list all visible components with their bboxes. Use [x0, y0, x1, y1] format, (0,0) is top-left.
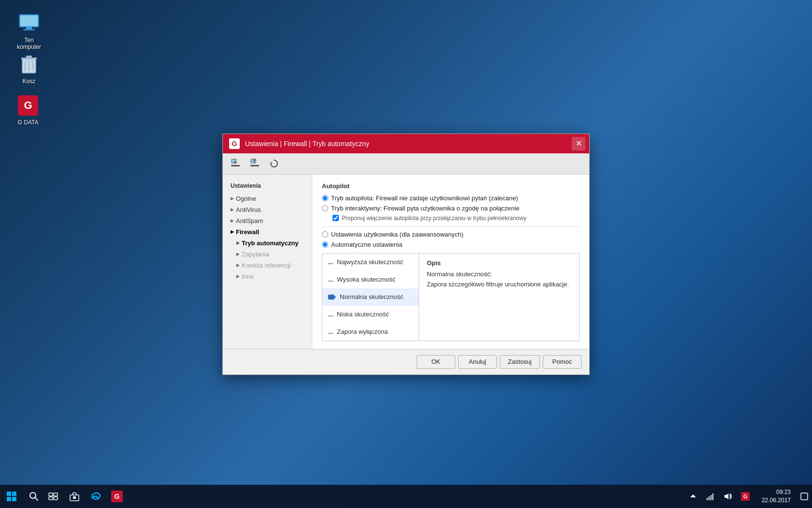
- settings-dialog: G Ustawienia | Firewall | Tryb automatyc…: [222, 134, 590, 375]
- svg-rect-21: [254, 159, 255, 162]
- desktop: Ten komputer Kosz G G DATA: [0, 0, 812, 508]
- svg-text:G: G: [115, 493, 120, 500]
- help-button[interactable]: Pomoc: [543, 355, 581, 369]
- radio3-row: Ustawienia użytkownika (dla zaawansowany…: [322, 231, 580, 238]
- radio1-input[interactable]: [322, 195, 328, 201]
- ok-button[interactable]: OK: [417, 355, 455, 369]
- svg-rect-31: [54, 493, 58, 496]
- sidebar-item-antispam-label: AntiSpam: [236, 217, 263, 224]
- autopilot-section-label: Autopilot: [322, 182, 580, 190]
- radio2-row: Tryb interaktywny: Firewall pyta użytkow…: [322, 205, 580, 212]
- desc-title: Opis: [427, 259, 571, 267]
- dialog-sidebar: Ustawienia ▶ Ogólne ▶ AntiVirus ▶ AntiSp…: [223, 175, 312, 349]
- taskbar-clock[interactable]: 09:23 22.06.2017: [756, 488, 797, 505]
- radio2-label[interactable]: Tryb interaktywny: Firewall pyta użytkow…: [331, 205, 520, 212]
- edge-button[interactable]: [85, 485, 106, 508]
- tray-network-icon[interactable]: [704, 485, 717, 508]
- close-button[interactable]: ✕: [572, 137, 585, 150]
- eff-label-wysoka: Wysoka skuteczność: [337, 276, 395, 283]
- nav-arrow-kontola: ▶: [236, 263, 240, 268]
- sidebar-item-antivirus[interactable]: ▶ AntiVirus: [223, 204, 312, 215]
- eff-indicator-wylaczona: [328, 333, 333, 334]
- radio3-label[interactable]: Ustawienia użytkownika (dla zaawansowany…: [331, 231, 464, 238]
- store-button[interactable]: [64, 485, 85, 508]
- svg-rect-27: [12, 497, 16, 501]
- notification-button[interactable]: [797, 485, 812, 508]
- taskbar: G: [0, 485, 812, 508]
- taskbar-gdata-button[interactable]: G: [106, 485, 128, 508]
- tray-gdata-icon[interactable]: G: [739, 485, 752, 508]
- sidebar-item-zapytania[interactable]: ▶ Zapytania: [223, 249, 312, 260]
- sidebar-section-label: Ustawienia: [223, 180, 312, 193]
- sidebar-item-kontola-label: Kontola referencji: [242, 262, 290, 269]
- radio2-input[interactable]: [322, 205, 328, 211]
- eff-label-normalna: Normalna skuteczność: [340, 293, 404, 300]
- radio4-input[interactable]: [322, 241, 328, 248]
- sidebar-item-inne[interactable]: ▶ Inne: [223, 271, 312, 282]
- nav-arrow-antispam: ▶: [231, 218, 234, 223]
- cancel-button[interactable]: Anuluj: [458, 355, 497, 369]
- eff-indicator-normalna: [328, 293, 336, 301]
- svg-rect-33: [54, 497, 58, 500]
- radio4-label[interactable]: Automatyczne ustawienia: [331, 241, 402, 248]
- tray-volume-icon[interactable]: [721, 485, 735, 508]
- sidebar-item-firewall-label: Firewall: [236, 228, 259, 236]
- svg-marker-38: [690, 494, 696, 497]
- svg-rect-30: [49, 493, 53, 496]
- radio3-input[interactable]: [322, 231, 328, 238]
- effectiveness-container: Najwyższa skuteczność Wysoka skuteczność: [322, 253, 580, 341]
- sidebar-item-kontola[interactable]: ▶ Kontola referencji: [223, 260, 312, 271]
- eff-label-najwyzsza: Najwyższa skuteczność: [337, 258, 403, 266]
- divider1: [322, 226, 580, 227]
- eff-label-wylaczona: Zapora wyłączona: [337, 328, 388, 335]
- svg-rect-32: [49, 497, 53, 500]
- eff-indicator-niska: [328, 315, 333, 316]
- start-button[interactable]: [0, 485, 23, 508]
- nav-arrow-inne: ▶: [236, 274, 240, 279]
- toolbar-export-button[interactable]: [246, 156, 263, 171]
- svg-rect-46: [801, 493, 808, 500]
- nav-arrow-tryb: ▶: [236, 240, 240, 245]
- sidebar-item-ogolne-label: Ogólne: [236, 195, 256, 202]
- svg-rect-17: [234, 161, 235, 163]
- dialog-titlebar: G Ustawienia | Firewall | Tryb automatyc…: [223, 134, 589, 153]
- taskbar-tray: G: [686, 485, 756, 508]
- sidebar-item-antispam[interactable]: ▶ AntiSpam: [223, 215, 312, 226]
- dialog-title-text: Ustawienia | Firewall | Tryb automatyczn…: [245, 140, 572, 148]
- nav-arrow-firewall: ▶: [231, 229, 234, 234]
- dialog-overlay: G Ustawienia | Firewall | Tryb automatyc…: [0, 0, 812, 508]
- sidebar-item-inne-label: Inne: [242, 273, 254, 280]
- dialog-main-content: Autopilot Tryb autopilota: Firewall nie …: [312, 175, 589, 349]
- sidebar-item-ogolne[interactable]: ▶ Ogólne: [223, 193, 312, 204]
- eff-item-normalna[interactable]: Normalna skuteczność: [322, 288, 419, 306]
- sidebar-item-tryb-automatyczny[interactable]: ▶ Tryb automatyczny: [223, 238, 312, 249]
- desc-selected-title: Normalna skuteczność:: [427, 270, 571, 278]
- gdata-title-icon: G: [229, 138, 240, 149]
- svg-marker-23: [328, 294, 336, 300]
- desc-text: Zapora szczegółowo filtruje uruchomione …: [427, 281, 571, 288]
- toolbar-refresh-button[interactable]: [265, 156, 283, 171]
- task-view-button[interactable]: [43, 485, 64, 508]
- nav-arrow-ogolne: ▶: [231, 196, 234, 201]
- apply-button[interactable]: Zastosuj: [500, 355, 540, 369]
- sidebar-item-zapytania-label: Zapytania: [242, 251, 269, 258]
- eff-item-wysoka[interactable]: Wysoka skuteczność: [322, 271, 419, 288]
- svg-text:G: G: [232, 140, 237, 148]
- svg-line-29: [35, 498, 38, 501]
- checkbox-label[interactable]: Proponuj włączenie autopilota przy przeł…: [342, 215, 526, 222]
- toolbar-import-button[interactable]: [227, 156, 244, 171]
- sidebar-item-tryb-label: Tryb automatyczny: [242, 239, 299, 247]
- radio1-label[interactable]: Tryb autopilota: Firewall nie zadaje uży…: [331, 194, 518, 202]
- svg-rect-35: [73, 496, 76, 499]
- tray-expand-button[interactable]: [686, 485, 700, 508]
- sidebar-item-firewall[interactable]: ▶ Firewall: [223, 226, 312, 238]
- svg-marker-43: [725, 493, 728, 499]
- svg-rect-24: [7, 492, 11, 496]
- autopilot-checkbox[interactable]: [333, 215, 339, 221]
- effectiveness-description: Opis Normalna skuteczność: Zapora szczeg…: [419, 254, 579, 341]
- svg-rect-25: [12, 492, 16, 496]
- eff-item-najwyzsza[interactable]: Najwyższa skuteczność: [322, 254, 419, 271]
- search-button[interactable]: [25, 485, 43, 508]
- eff-item-niska[interactable]: Niska skuteczność: [322, 306, 419, 323]
- eff-item-wylaczona[interactable]: Zapora wyłączona: [322, 323, 419, 341]
